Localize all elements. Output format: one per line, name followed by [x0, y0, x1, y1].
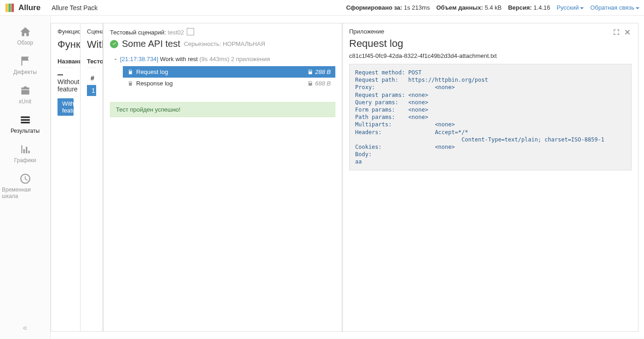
sidebar-collapse-button[interactable]: « [0, 319, 50, 339]
allure-logo-icon [5, 3, 15, 13]
sidebar-item-label: Графики [14, 157, 36, 164]
attachment-title: Request log [349, 38, 403, 50]
sidebar: Обзор Дефекты xUnit Результаты Графики В… [0, 16, 51, 339]
sidebar-item-defects[interactable]: Дефекты [0, 51, 50, 80]
sidebar-item-label: Дефекты [13, 69, 37, 75]
minus-icon [58, 74, 63, 75]
severity: Серьезность: НОРМАЛЬНАЯ [184, 40, 265, 47]
datasize-block: Объем данных: 5.4 kB [436, 4, 501, 11]
sidebar-item-graphs[interactable]: Графики [0, 139, 50, 168]
chevron-double-left-icon: « [23, 323, 27, 332]
breadcrumb: Функциональность [58, 28, 74, 35]
selected-feature-label: Without feature [62, 100, 80, 114]
feedback-dropdown[interactable]: Обратная связь [590, 4, 639, 11]
attachment-row[interactable]: Response log 688 B [123, 78, 335, 89]
version-block: Версия: 1.4.16 [508, 4, 550, 11]
sidebar-item-label: Временная шкала [2, 186, 48, 199]
sidebar-item-timeline[interactable]: Временная шкала [0, 168, 50, 204]
brand-label: Allure [18, 3, 40, 12]
breadcrumb: Сценарии [87, 28, 96, 35]
scenario-row[interactable]: 1 [87, 85, 96, 96]
attachment-name: Response log [136, 80, 173, 87]
column-header: Название [58, 55, 74, 68]
feature-row-label: Without feature [58, 78, 79, 93]
breadcrumb: Тестовый сценарий: test02 [110, 28, 335, 36]
feature-row[interactable]: Without feature [58, 68, 74, 96]
svg-rect-0 [6, 3, 8, 11]
generated-label: Сформировано за: [346, 4, 402, 11]
features-panel: Функциональность Функции Название Withou… [51, 23, 80, 332]
status-passed-icon [110, 40, 118, 48]
svg-rect-2 [12, 3, 14, 11]
testcase-title: Some API test [122, 39, 180, 49]
attachment-size: 288 B [315, 68, 331, 75]
breadcrumb: Приложение [349, 28, 403, 35]
step-timestamp: [21:17:38.734] [120, 56, 158, 62]
attachment-name: Request log [136, 68, 168, 75]
success-text: Тест пройден успешно! [116, 106, 180, 113]
attachment-body: Request method: POST Request path: https… [349, 64, 632, 170]
language-label: Русский [557, 4, 579, 11]
attachment-viewer-panel: Приложение Request log c81c1f45-0fc9-42d… [342, 23, 638, 332]
step-row[interactable]: - [21:17:38.734] Work with rest (9s 443m… [110, 54, 335, 64]
generated-block: Сформировано за: 1s 213ms [346, 4, 430, 11]
expand-icon[interactable] [612, 28, 621, 36]
step-attachment-count: 2 приложения [231, 56, 270, 62]
sidebar-item-label: Результаты [11, 128, 40, 134]
file-icon [127, 69, 133, 75]
success-banner: Тест пройден успешно! [110, 102, 335, 117]
severity-label: Серьезность: [184, 40, 221, 47]
sidebar-item-overview[interactable]: Обзор [0, 21, 50, 51]
severity-value: НОРМАЛЬНАЯ [223, 40, 265, 47]
index-column-header: # [87, 73, 96, 84]
step-duration: (9s 443ms) [199, 56, 229, 62]
selected-feature[interactable]: Without feature [58, 98, 74, 116]
panel-title: Функции [58, 39, 74, 51]
sidebar-item-xunit[interactable]: xUnit [0, 80, 50, 109]
chevron-down-icon [580, 7, 584, 9]
datasize-label: Объем данных: [436, 4, 483, 11]
chart-icon [19, 143, 31, 155]
version-label: Версия: [508, 4, 532, 11]
topbar: Allure Allure Test Pack Сформировано за:… [0, 0, 644, 16]
generated-value: 1s 213ms [404, 4, 430, 11]
breadcrumb-value: test02 [168, 29, 184, 36]
attachment-filename: c81c1f45-0fc9-42da-8322-4f1c49b2d3d4-att… [343, 50, 638, 64]
testcase-panel: Тестовый сценарий: test02 Some API test … [103, 23, 342, 332]
sidebar-item-label: xUnit [19, 98, 31, 105]
file-icon [127, 80, 133, 86]
sidebar-item-label: Обзор [17, 40, 33, 46]
step-toggle[interactable]: - [115, 56, 116, 62]
language-dropdown[interactable]: Русский [557, 4, 584, 11]
copy-icon[interactable] [188, 29, 194, 35]
save-icon [307, 80, 313, 86]
datasize-value: 5.4 kB [485, 4, 502, 11]
version-value: 1.4.16 [534, 4, 550, 11]
sidebar-item-behaviors[interactable]: Результаты [0, 109, 50, 139]
attachment-size: 688 B [315, 80, 331, 87]
scenarios-panel: Сценарии Without feature Тестовые # 1 [80, 23, 103, 332]
feedback-label: Обратная связь [590, 4, 634, 11]
chevron-down-icon [636, 7, 639, 9]
svg-rect-1 [8, 3, 11, 11]
close-icon[interactable] [623, 28, 632, 36]
home-icon [19, 26, 31, 38]
save-icon [307, 69, 313, 75]
scenario-index: 1 [92, 87, 95, 94]
panel-title: Without feature [87, 39, 96, 51]
clock-icon [19, 173, 31, 185]
report-title: Allure Test Pack [52, 4, 98, 11]
step-name: Work with rest [160, 56, 198, 62]
flag-icon [19, 55, 31, 67]
list-icon [19, 114, 31, 126]
briefcase-icon [19, 85, 31, 96]
column-header: Тестовые [87, 55, 96, 68]
attachment-row[interactable]: Request log 288 B [123, 66, 335, 78]
breadcrumb-label: Тестовый сценарий: [110, 29, 166, 36]
